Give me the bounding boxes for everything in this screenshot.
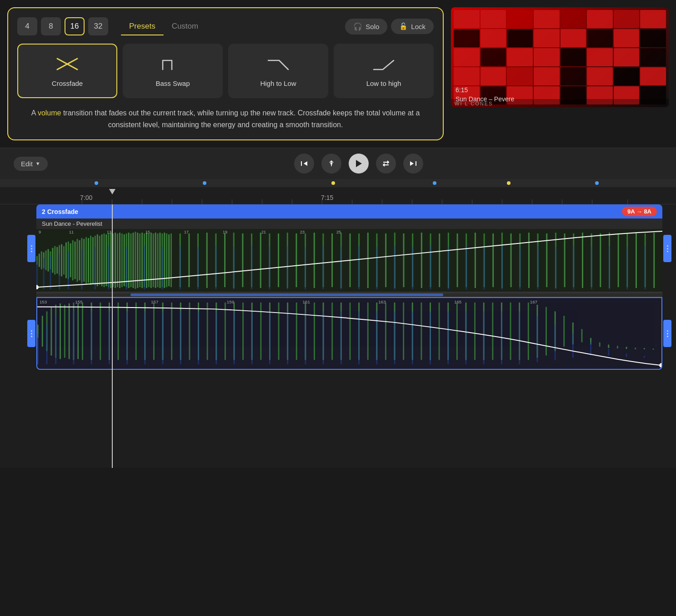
svg-rect-274 <box>608 349 609 356</box>
left-handle-track1[interactable] <box>27 235 35 262</box>
solo-button[interactable]: 🎧 Solo <box>345 19 387 35</box>
handle-dot <box>667 251 668 252</box>
svg-text:155: 155 <box>75 299 83 304</box>
svg-rect-275 <box>626 353 627 357</box>
left-handle-track2[interactable] <box>27 320 35 347</box>
edit-button[interactable]: Edit ▼ <box>14 157 48 171</box>
svg-rect-90 <box>403 233 405 287</box>
beat-16-button[interactable]: 16 <box>65 17 85 35</box>
svg-rect-9 <box>48 249 49 272</box>
svg-rect-180 <box>118 303 119 360</box>
svg-rect-108 <box>564 233 566 287</box>
beat-32-button[interactable]: 32 <box>88 17 108 35</box>
svg-rect-66 <box>188 233 190 287</box>
svg-rect-54 <box>148 233 150 287</box>
svg-rect-247 <box>126 311 128 364</box>
handle-dot <box>667 330 668 332</box>
svg-rect-245 <box>91 311 92 364</box>
svg-rect-230 <box>563 316 565 347</box>
svg-rect-263 <box>412 311 413 364</box>
right-handle-track1[interactable] <box>663 235 671 262</box>
album-art: WI L CONES 6:15 Sun Dance – Pevere <box>451 7 669 107</box>
tracks-container: 2 Crossfade 9A → 8A Sun Dance - Pevereli… <box>0 204 676 468</box>
handle-dot <box>31 248 32 249</box>
crossfade-icon <box>54 55 81 73</box>
preset-description: A volume transition that fades out the c… <box>17 107 434 130</box>
svg-rect-252 <box>215 311 217 364</box>
svg-rect-142 <box>394 246 396 290</box>
svg-rect-131 <box>197 247 199 290</box>
tab-custom[interactable]: Custom <box>164 18 207 35</box>
svg-text:157: 157 <box>151 299 158 304</box>
skip-forward-button[interactable] <box>403 154 423 174</box>
svg-rect-239 <box>644 348 645 349</box>
cue-button[interactable] <box>321 154 341 174</box>
preset-card-crossfade[interactable]: Crossfade <box>17 44 117 98</box>
svg-rect-74 <box>260 233 261 288</box>
svg-rect-200 <box>296 303 297 360</box>
tab-group: Presets Custom <box>121 18 206 35</box>
svg-rect-82 <box>331 233 333 287</box>
low-to-high-icon <box>370 55 397 73</box>
svg-rect-128 <box>144 246 145 290</box>
svg-rect-57 <box>155 233 156 288</box>
svg-rect-45 <box>128 233 130 288</box>
track-title: 2 Crossfade <box>42 208 78 215</box>
svg-rect-125 <box>95 247 96 290</box>
track-block-1: 2 Crossfade 9A → 8A Sun Dance - Pevereli… <box>36 204 662 293</box>
svg-rect-220 <box>474 303 476 360</box>
svg-rect-104 <box>528 233 530 288</box>
svg-rect-43 <box>124 234 125 286</box>
svg-rect-6 <box>41 251 42 269</box>
preset-card-bass-swap[interactable]: Bass Swap <box>123 44 223 98</box>
timeline-marker <box>595 181 599 185</box>
timeline-markers-bar <box>0 179 676 187</box>
timeline-marker <box>203 181 206 185</box>
right-handle-track2[interactable] <box>663 320 671 347</box>
lock-label: Lock <box>411 23 426 30</box>
svg-rect-202 <box>314 303 315 360</box>
svg-rect-47 <box>132 233 134 288</box>
svg-rect-238 <box>635 348 636 349</box>
svg-rect-51 <box>141 233 143 288</box>
svg-rect-19 <box>70 243 71 278</box>
svg-rect-212 <box>403 303 404 360</box>
play-button[interactable] <box>349 154 369 174</box>
waveform-area-bottom: 153 155 157 159 161 163 165 167 <box>36 297 662 370</box>
track-block-2: 153 155 157 159 161 163 165 167 <box>36 297 662 370</box>
svg-rect-261 <box>376 311 377 364</box>
svg-rect-234 <box>599 343 601 347</box>
svg-rect-86 <box>367 233 369 288</box>
lock-button[interactable]: 🔓 Lock <box>391 19 434 34</box>
svg-rect-254 <box>251 311 253 364</box>
svg-rect-22 <box>77 239 78 282</box>
svg-rect-259 <box>341 311 342 364</box>
svg-rect-76 <box>278 233 279 287</box>
svg-rect-26 <box>85 237 87 284</box>
tab-presets[interactable]: Presets <box>121 18 164 35</box>
svg-rect-236 <box>617 346 618 348</box>
preset-card-high-to-low[interactable]: High to Low <box>228 44 328 98</box>
svg-rect-134 <box>251 246 252 290</box>
svg-rect-34 <box>104 233 105 287</box>
svg-rect-250 <box>180 311 181 364</box>
track-song-name: Sun Dance - Peverelist <box>36 219 662 229</box>
loop-button[interactable] <box>376 154 396 174</box>
svg-rect-80 <box>314 233 315 288</box>
svg-rect-188 <box>189 303 190 360</box>
svg-rect-206 <box>350 303 351 360</box>
svg-rect-153 <box>591 247 592 290</box>
svg-rect-251 <box>198 311 199 364</box>
beat-4-button[interactable]: 4 <box>17 17 37 35</box>
svg-rect-5 <box>39 253 40 267</box>
svg-rect-243 <box>55 316 56 364</box>
beat-8-button[interactable]: 8 <box>41 17 61 35</box>
description-prefix: A <box>31 109 38 117</box>
waveform-area-top: 9 11 13 15 17 19 21 23 25 <box>36 229 662 293</box>
timeline-marker <box>95 181 98 185</box>
svg-rect-28 <box>90 236 91 285</box>
crossfade-label: Crossfade <box>52 79 83 87</box>
skip-back-button[interactable] <box>294 154 314 174</box>
preset-card-low-to-high[interactable]: Low to high <box>334 44 434 98</box>
svg-rect-141 <box>376 247 378 290</box>
